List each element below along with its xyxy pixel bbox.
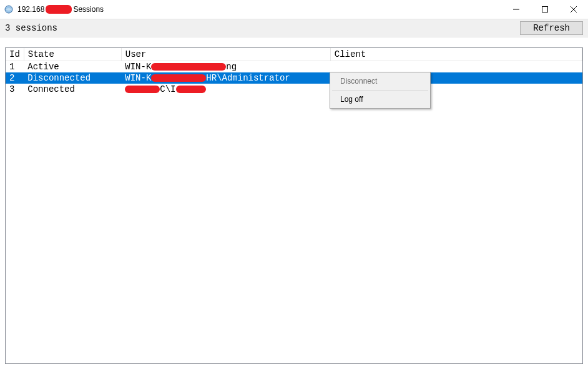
- cell-client: [330, 61, 582, 73]
- cell-user: WIN-KHR\Administrator: [121, 72, 330, 84]
- redaction-mark: [151, 74, 206, 82]
- cell-user: WIN-Kng: [121, 61, 330, 73]
- app-icon: [4, 4, 14, 14]
- sessions-table-container: Id State User Client 1 Active WIN-Kng 2 …: [5, 47, 583, 364]
- window-title-suffix: Sessions: [73, 5, 104, 14]
- context-menu-disconnect[interactable]: Disconnect: [331, 74, 429, 89]
- user-prefix: WIN-K: [125, 62, 151, 72]
- cell-id: 3: [6, 84, 24, 95]
- sessions-table[interactable]: Id State User Client 1 Active WIN-Kng 2 …: [6, 48, 582, 95]
- redaction-mark: [125, 86, 160, 93]
- maximize-button[interactable]: [531, 0, 559, 19]
- table-header-row: Id State User Client: [6, 48, 582, 61]
- table-row[interactable]: 2 Disconnected WIN-KHR\Administrator: [6, 72, 582, 84]
- window-title: 192.168 Sessions: [17, 5, 104, 14]
- column-header-client[interactable]: Client: [330, 48, 582, 61]
- cell-state: Disconnected: [24, 72, 121, 84]
- user-prefix: WIN-K: [125, 73, 151, 83]
- column-header-id[interactable]: Id: [6, 48, 24, 61]
- window-buttons: [502, 0, 588, 19]
- context-menu-separator: [332, 90, 428, 91]
- cell-id: 1: [6, 61, 24, 73]
- table-row[interactable]: 1 Active WIN-Kng: [6, 61, 582, 73]
- minimize-button[interactable]: [502, 0, 531, 19]
- close-button[interactable]: [559, 0, 588, 19]
- cell-user: C\I: [121, 84, 330, 95]
- cell-id: 2: [6, 72, 24, 84]
- user-mid: C\I: [160, 84, 175, 94]
- titlebar: 192.168 Sessions: [0, 0, 588, 19]
- user-suffix: HR\Administrator: [206, 73, 290, 83]
- cell-state: Active: [24, 61, 121, 73]
- context-menu-logoff[interactable]: Log off: [331, 92, 429, 107]
- redaction-mark: [46, 5, 72, 14]
- context-menu: Disconnect Log off: [330, 72, 431, 109]
- table-row[interactable]: 3 Connected C\I: [6, 84, 582, 95]
- user-suffix: ng: [226, 62, 237, 72]
- column-header-state[interactable]: State: [24, 48, 121, 61]
- column-header-user[interactable]: User: [121, 48, 330, 61]
- redaction-mark: [151, 63, 226, 71]
- window-title-ip-prefix: 192.168: [17, 5, 44, 14]
- refresh-button[interactable]: Refresh: [520, 21, 583, 35]
- svg-rect-2: [542, 7, 548, 12]
- cell-state: Connected: [24, 84, 121, 95]
- redaction-mark: [176, 86, 206, 93]
- session-count-label: 3 sessions: [5, 23, 57, 33]
- toolbar: 3 sessions Refresh: [0, 19, 588, 37]
